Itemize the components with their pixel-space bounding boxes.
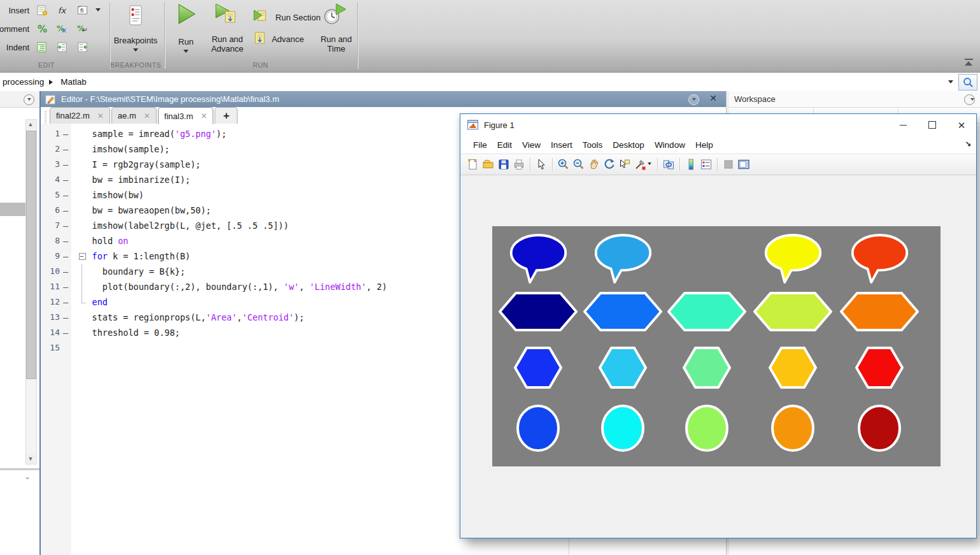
run-icon[interactable]: [176, 3, 197, 27]
breadcrumb-segment[interactable]: processing: [0, 77, 46, 87]
code-fold-icon[interactable]: [79, 253, 86, 260]
collapse-ribbon-button[interactable]: [963, 57, 975, 68]
run-section-label: RUN: [253, 61, 268, 69]
comment-label: Comment: [0, 21, 29, 38]
new-tab-button[interactable]: +: [215, 107, 238, 124]
editor-tab[interactable]: final3.m✕: [158, 107, 214, 124]
insert-colorbar-icon[interactable]: [683, 157, 699, 172]
comment-icon[interactable]: %: [34, 21, 50, 36]
left-panel-menu-button[interactable]: [24, 94, 34, 105]
tabbar-grip[interactable]: [43, 110, 48, 124]
insert-section-icon[interactable]: [34, 3, 50, 18]
hide-plot-tools-icon[interactable]: [721, 157, 736, 172]
collapse-ribbon-triangle-icon: [965, 61, 972, 66]
run-section-button[interactable]: Run Section: [269, 13, 327, 22]
editor-tab[interactable]: final22.m✕: [50, 107, 110, 124]
editor-menu-button[interactable]: [688, 94, 699, 105]
print-figure-icon[interactable]: [511, 157, 527, 172]
insert-legend-icon[interactable]: [699, 157, 714, 172]
insert-function-icon[interactable]: fx: [55, 3, 70, 18]
dock-figure-icon[interactable]: ↘: [965, 140, 971, 148]
matlab-icon: [467, 119, 479, 131]
figure-menu-window[interactable]: Window: [650, 140, 690, 150]
line-number: 12: [41, 294, 60, 310]
figure-menu-view[interactable]: View: [517, 140, 546, 150]
breadcrumb-current[interactable]: Matlab: [58, 77, 89, 87]
run-section-icon[interactable]: [252, 8, 267, 23]
selected-file-row[interactable]: [0, 203, 25, 216]
indent-left-icon[interactable]: [75, 40, 90, 55]
speech-bubble-shape: [508, 234, 569, 287]
workspace-menu-button[interactable]: [964, 94, 975, 105]
address-dropdown-caret[interactable]: [948, 80, 953, 86]
scroll-up-arrow[interactable]: ▲: [26, 120, 35, 129]
advance-button[interactable]: Advance: [266, 34, 310, 44]
smart-indent-icon[interactable]: [34, 40, 50, 55]
ellipse-shape: [516, 404, 560, 455]
breakpoints-icon[interactable]: [126, 4, 145, 28]
maximize-button[interactable]: [918, 114, 947, 136]
address-bar[interactable]: processing Matlab: [0, 73, 980, 92]
breakpoints-caret[interactable]: [133, 48, 138, 54]
uncomment-icon[interactable]: %✕: [55, 21, 70, 36]
editor-pencil-icon: [45, 94, 56, 105]
brush-icon[interactable]: [632, 157, 648, 172]
insert-dropdown-caret[interactable]: [96, 8, 101, 14]
show-plot-tools-icon[interactable]: [736, 157, 751, 172]
tab-close-icon[interactable]: ✕: [144, 112, 150, 120]
run-advance-icon[interactable]: [214, 3, 238, 27]
line-number: 3: [41, 157, 60, 172]
collapse-ribbon-bar: [965, 59, 973, 60]
line-number: 9: [41, 249, 60, 264]
indent-right-icon[interactable]: [55, 40, 70, 55]
run-time-icon[interactable]: [322, 3, 348, 27]
collapse-panel-chevron-icon[interactable]: ⌄: [23, 472, 32, 481]
search-icon: [962, 76, 974, 88]
close-button[interactable]: ✕: [947, 114, 976, 136]
link-plots-icon[interactable]: [661, 157, 676, 172]
breakpoints-button[interactable]: Breakpoints: [114, 36, 158, 45]
insert-fi-icon[interactable]: fi: [75, 3, 90, 18]
svg-text:fi: fi: [80, 8, 83, 14]
figure-menu-tools[interactable]: Tools: [578, 140, 608, 150]
left-panel-scrollbar[interactable]: ▲ ▼: [25, 119, 37, 465]
zoom-out-icon[interactable]: [571, 157, 586, 172]
edit-plot-arrow-icon[interactable]: [534, 157, 549, 172]
scroll-down-arrow[interactable]: ▼: [26, 454, 35, 464]
figure-menu-help[interactable]: Help: [690, 140, 718, 150]
line-number: 4: [41, 172, 60, 187]
executable-marker: –: [60, 218, 71, 233]
executable-marker: –: [60, 203, 71, 218]
scrollbar-thumb[interactable]: [26, 131, 36, 379]
hexagon-shape: [855, 345, 904, 393]
run-caret[interactable]: [183, 50, 188, 55]
edit-section-label: EDIT: [38, 61, 55, 69]
pan-hand-icon[interactable]: [586, 157, 602, 172]
tab-close-icon[interactable]: ✕: [201, 112, 207, 120]
new-figure-icon[interactable]: [465, 157, 481, 172]
executable-marker: –: [60, 310, 71, 325]
rotate-3d-icon[interactable]: [602, 157, 617, 172]
tab-label: final3.m: [164, 112, 194, 121]
figure-menu-edit[interactable]: Edit: [492, 140, 517, 150]
figure-menu-desktop[interactable]: Desktop: [607, 140, 650, 150]
run-button[interactable]: Run: [178, 37, 194, 47]
figure-menu-file[interactable]: File: [468, 140, 492, 150]
search-button[interactable]: [958, 74, 977, 90]
zoom-in-icon[interactable]: [556, 157, 571, 172]
data-cursor-icon[interactable]: [617, 157, 632, 172]
executable-marker: –: [60, 141, 71, 157]
tab-close-icon[interactable]: ✕: [97, 112, 104, 120]
figure-menu-insert[interactable]: Insert: [546, 140, 578, 150]
save-figure-icon[interactable]: [496, 157, 511, 172]
brush-dropdown-caret[interactable]: [648, 162, 654, 167]
run-and-advance-button[interactable]: Run and Advance: [204, 34, 251, 54]
comment-wrap-icon[interactable]: %↵: [75, 21, 90, 36]
editor-tab[interactable]: ae.m✕: [111, 107, 157, 124]
editor-close-icon[interactable]: ✕: [709, 93, 717, 103]
open-file-icon[interactable]: [481, 157, 496, 172]
minimize-button[interactable]: [888, 114, 918, 136]
run-and-time-button[interactable]: Run and Time: [316, 34, 357, 54]
toolbar-separator: [679, 158, 680, 171]
executable-marker: –: [60, 126, 71, 141]
